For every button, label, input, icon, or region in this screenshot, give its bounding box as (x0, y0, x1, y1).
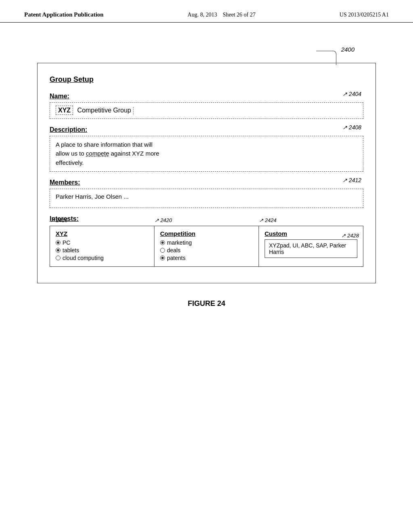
col2-label-marketing: marketing (167, 239, 192, 246)
col1-label-pc: PC (63, 239, 70, 246)
description-input-box[interactable]: A place to share information that will a… (50, 136, 363, 172)
col2-item-patents[interactable]: patents (160, 255, 253, 261)
name-section: Name: ↗ 2404 XYZ Competitive Group (50, 93, 363, 119)
ref-2416: ↗ 2416 (50, 217, 68, 223)
cursor-line (133, 107, 133, 114)
ref-2408: ↗ 2408 (342, 124, 361, 131)
col1-label-cloud: cloud computing (63, 255, 104, 261)
members-section: Members: ↗ 2412 Parker Harris, Joe Olsen… (50, 179, 363, 208)
col2-label-deals: deals (167, 247, 180, 254)
col2-label-patents: patents (167, 255, 186, 261)
publication-label: Patent Application Publication (24, 11, 104, 18)
members-input-box[interactable]: Parker Harris, Joe Olsen ... (50, 189, 363, 208)
compete-word: compete (86, 150, 109, 157)
col1-item-pc[interactable]: PC (56, 239, 148, 246)
interests-label: Interests: (50, 215, 363, 222)
description-section: Description: ↗ 2408 A place to share inf… (50, 126, 363, 172)
patent-number: US 2013/0205215 A1 (340, 12, 389, 18)
radio-filled-pc (56, 240, 60, 245)
col2-title: Competition (160, 230, 253, 237)
ref-2404: ↗ 2404 (342, 91, 361, 97)
custom-inner-box[interactable]: ↗ 2428 XYZpad, UI, ABC, SAP, Parker Harr… (265, 239, 357, 258)
sheet-info: Sheet 26 of 27 (223, 12, 255, 18)
outer-diagram-box: Group Setup Name: ↗ 2404 XYZ Competitive… (37, 63, 376, 283)
ref-2424: ↗ 2424 (259, 217, 277, 223)
members-value: Parker Harris, Joe Olsen ... (56, 193, 129, 200)
radio-filled-patents (160, 256, 165, 260)
col1-item-tablets[interactable]: tablets (56, 247, 148, 254)
col1-label-tablets: tablets (63, 247, 79, 254)
radio-filled-marketing (160, 240, 165, 245)
name-suffix: Competitive Group (77, 107, 131, 114)
main-content: 2400 Group Setup Name: ↗ 2404 XYZ Compet… (0, 23, 413, 324)
group-setup-title: Group Setup (50, 75, 363, 84)
name-label: Name: (50, 93, 363, 100)
name-input-box[interactable]: XYZ Competitive Group (50, 102, 363, 119)
description-label: Description: (50, 126, 363, 133)
description-text: A place to share information that will a… (56, 140, 357, 168)
radio-empty-deals (160, 248, 165, 253)
ref-2412: ↗ 2412 (342, 177, 361, 183)
ref-2400: 2400 (341, 46, 355, 53)
page-header: Patent Application Publication Aug. 8, 2… (0, 0, 413, 23)
members-label: Members: (50, 179, 363, 186)
ref-2428: ↗ 2428 (341, 233, 359, 239)
col2-item-marketing[interactable]: marketing (160, 239, 253, 246)
radio-filled-tablets (56, 248, 60, 253)
col1-title: XYZ (56, 230, 148, 237)
ref-2420: ↗ 2420 (154, 217, 172, 223)
col-custom: ↗ 2424 Custom ↗ 2428 XYZpad, UI, ABC, SA… (259, 226, 363, 267)
col-competition: ↗ 2420 Competition marketing deals p (154, 226, 259, 267)
interests-section: Interests: ↗ 2416 XYZ PC tablets (50, 215, 363, 267)
date-sheet: Aug. 8, 2013 Sheet 26 of 27 (188, 12, 255, 18)
figure-caption: FIGURE 24 (24, 299, 389, 308)
date: Aug. 8, 2013 (188, 12, 217, 18)
interests-columns: ↗ 2416 XYZ PC tablets cloud computin (50, 226, 363, 267)
custom-inner-text: XYZpad, UI, ABC, SAP, Parker Harris (269, 242, 346, 255)
col2-item-deals[interactable]: deals (160, 247, 253, 254)
radio-empty-cloud (56, 256, 60, 260)
col1-item-cloud[interactable]: cloud computing (56, 255, 148, 261)
xyz-token: XYZ (56, 106, 73, 115)
col-xyz: ↗ 2416 XYZ PC tablets cloud computin (50, 226, 154, 267)
